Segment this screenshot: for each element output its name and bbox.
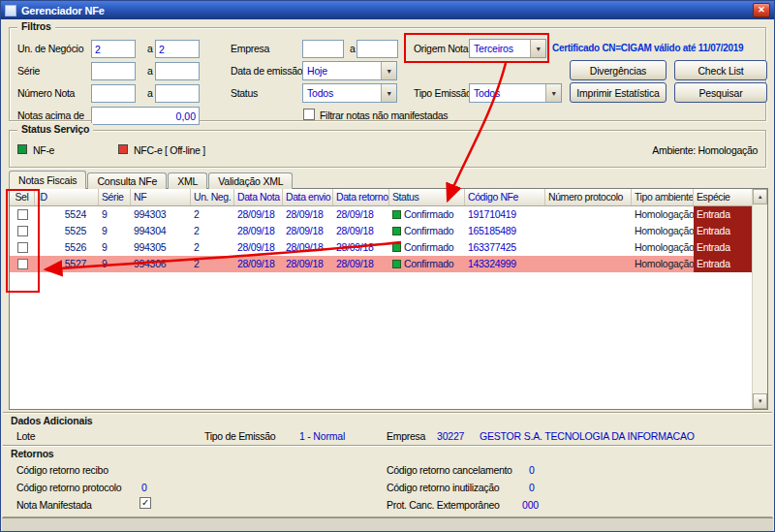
tipo-emissao-info-label: Tipo de Emissão	[204, 430, 275, 442]
codigo-retorno-inutilizacao-label: Código retorno inutilização	[387, 482, 499, 493]
status-dropdown[interactable]: Todos ▼	[302, 83, 397, 103]
tab-consulta-nfe[interactable]: Consulta NFe	[87, 172, 167, 189]
numero-nota-to-input[interactable]	[155, 84, 200, 103]
header-sel[interactable]: Sel	[10, 189, 35, 205]
chevron-down-icon[interactable]: ▼	[545, 84, 561, 102]
range-separator: a	[147, 87, 153, 99]
sel-cell	[10, 256, 35, 272]
table-row[interactable]: 5525 9 994304 2 28/09/18 28/09/18 28/09/…	[10, 223, 752, 239]
serie-to-input[interactable]	[155, 62, 200, 80]
close-button[interactable]: ✕	[753, 3, 770, 17]
header-numero-protocolo[interactable]: Número protocolo	[545, 189, 632, 205]
numero-nota-from-input[interactable]	[91, 84, 136, 103]
header-data-nota[interactable]: Data Nota	[234, 189, 283, 205]
imprimir-estatistica-button[interactable]: Imprimir Estatística	[570, 82, 666, 103]
range-separator: a	[147, 65, 153, 77]
notas-acima-input[interactable]	[91, 107, 200, 125]
cell-status: Confirmado	[389, 256, 465, 272]
nota-manifestada-checkbox[interactable]: ✓	[140, 497, 151, 509]
cell-data-retorno: 28/09/18	[333, 239, 389, 256]
table-row[interactable]: 5526 9 994305 2 28/09/18 28/09/18 28/09/…	[10, 239, 752, 256]
notas-table: Sel ID Série NF Un. Neg. Data Nota Data …	[9, 188, 768, 410]
header-data-retorno[interactable]: Data retorno	[333, 189, 389, 205]
row-checkbox[interactable]	[17, 209, 28, 220]
header-nf[interactable]: NF	[131, 189, 191, 205]
check-list-button[interactable]: Check List	[674, 60, 767, 80]
header-data-envio[interactable]: Data envio	[283, 189, 333, 205]
nfce-status-red-square	[118, 144, 128, 154]
tipo-emissao-dropdown[interactable]: Todos ▼	[469, 83, 562, 103]
cell-codigo-nfe: 165185489	[465, 223, 545, 239]
sel-cell	[10, 206, 35, 223]
section-separator	[3, 412, 772, 414]
tab-notas-fiscais[interactable]: Notas Fiscais	[9, 171, 86, 189]
cell-data-retorno: 28/09/18	[333, 223, 389, 239]
cell-data-envio: 28/09/18	[283, 223, 333, 239]
scroll-up-icon[interactable]: ▲	[753, 189, 767, 204]
empresa-from-input[interactable]	[302, 40, 344, 58]
dados-adicionais-title: Dados Adicionais	[11, 415, 93, 426]
status-text: Confirmado	[404, 256, 453, 272]
cell-numero-protocolo	[545, 223, 632, 239]
confirmed-status-icon	[392, 210, 401, 219]
cell-especie: Entrada	[694, 256, 752, 272]
codigo-retorno-cancelamento-value: 0	[529, 464, 535, 476]
cell-tipo-ambiente: Homologação	[632, 223, 694, 239]
header-un-neg[interactable]: Un. Neg.	[191, 189, 234, 205]
header-status[interactable]: Status	[389, 189, 465, 205]
origem-nota-label: Origem Nota	[414, 43, 468, 54]
table-row-selected[interactable]: 5527 9 994306 2 28/09/18 28/09/18 28/09/…	[10, 256, 752, 272]
un-negocio-label: Un. de Negócio	[17, 43, 83, 54]
nfe-label: NF-e	[33, 144, 54, 156]
horizontal-scrollbar[interactable]	[2, 517, 773, 531]
cell-data-envio: 28/09/18	[283, 206, 333, 223]
serie-from-input[interactable]	[91, 62, 136, 80]
cell-nf: 994303	[131, 206, 191, 223]
header-serie[interactable]: Série	[99, 189, 131, 205]
un-negocio-from-input[interactable]	[91, 40, 136, 58]
chevron-down-icon[interactable]: ▼	[530, 40, 545, 57]
section-separator	[3, 445, 772, 447]
row-checkbox[interactable]	[17, 242, 28, 253]
data-emissao-dropdown[interactable]: Hoje ▼	[302, 61, 397, 80]
row-checkbox[interactable]	[17, 259, 28, 269]
header-codigo-nfe[interactable]: Código NFe	[465, 189, 545, 205]
cell-especie: Entrada	[694, 239, 752, 256]
certificado-text: Certificado CN=CIGAM válido até 11/07/20…	[552, 43, 743, 53]
un-negocio-to-input[interactable]	[155, 40, 200, 58]
chevron-down-icon[interactable]: ▼	[381, 62, 396, 79]
codigo-retorno-protocolo-label: Código retorno protocolo	[16, 482, 121, 493]
cell-codigo-nfe: 163377425	[465, 239, 545, 256]
codigo-retorno-protocolo-value: 0	[141, 482, 147, 493]
codigo-retorno-cancelamento-label: Código retorno cancelamento	[387, 464, 512, 476]
tab-xml[interactable]: XML	[168, 172, 207, 189]
cell-data-nota: 28/09/18	[234, 223, 283, 239]
cell-numero-protocolo	[545, 256, 632, 272]
cell-data-envio: 28/09/18	[283, 256, 333, 272]
header-especie[interactable]: Espécie	[694, 189, 752, 205]
ambiente-label: Ambiente: Homologação	[652, 144, 758, 156]
empresa-to-input[interactable]	[356, 40, 398, 58]
header-id[interactable]: ID	[35, 189, 99, 205]
confirmed-status-icon	[392, 227, 401, 235]
origem-nota-dropdown[interactable]: Terceiros ▼	[469, 39, 546, 58]
pesquisar-button[interactable]: Pesquisar	[674, 82, 767, 103]
header-tipo-ambiente[interactable]: Tipo ambiente	[632, 189, 694, 205]
cell-serie: 9	[99, 256, 131, 272]
status-text: Confirmado	[404, 223, 453, 239]
cell-nf: 994306	[131, 256, 191, 272]
chevron-down-icon[interactable]: ▼	[381, 84, 396, 102]
scroll-down-icon[interactable]: ▼	[753, 393, 767, 409]
vertical-scrollbar[interactable]: ▲ ▼	[752, 189, 767, 409]
cell-numero-protocolo	[545, 239, 632, 256]
tab-validacao-xml[interactable]: Validação XML	[208, 172, 293, 189]
tipo-emissao-label: Tipo Emissão	[414, 87, 472, 99]
table-row[interactable]: 5524 9 994303 2 28/09/18 28/09/18 28/09/…	[10, 206, 752, 223]
lote-label: Lote	[16, 430, 35, 442]
empresa-codigo: 30227	[437, 430, 464, 442]
row-checkbox[interactable]	[17, 226, 28, 236]
filtrar-notas-checkbox[interactable]	[303, 109, 315, 120]
tab-strip: Notas Fiscais Consulta NFe XML Validação…	[9, 171, 294, 189]
title-bar[interactable]: Gerenciador NFe ✕	[1, 1, 774, 19]
divergencias-button[interactable]: Divergências	[570, 60, 666, 80]
